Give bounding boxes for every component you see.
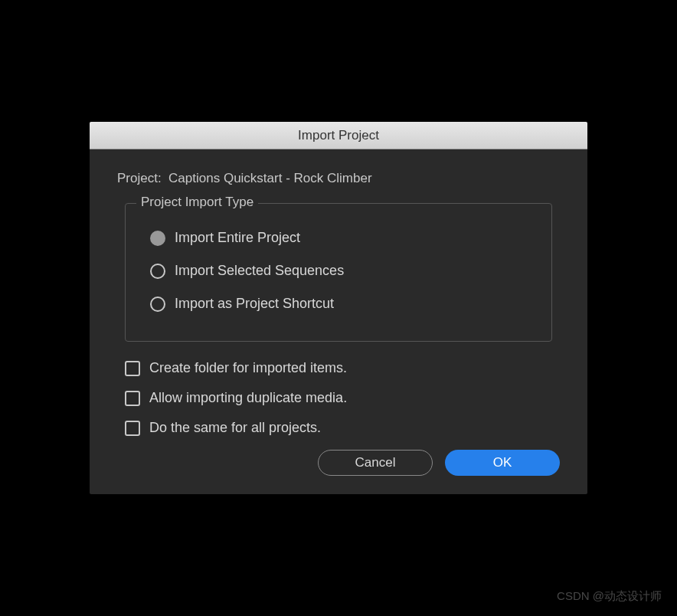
- import-type-legend: Project Import Type: [136, 195, 258, 210]
- checkbox-icon: [125, 361, 140, 376]
- radio-label: Import Entire Project: [175, 230, 300, 246]
- project-name: Captions Quickstart - Rock Climber: [168, 171, 371, 185]
- checkbox-icon: [125, 421, 140, 436]
- ok-button[interactable]: OK: [445, 450, 560, 476]
- radio-import-as-shortcut[interactable]: Import as Project Shortcut: [150, 293, 533, 315]
- radio-icon: [150, 264, 165, 279]
- dialog-buttons: Cancel OK: [117, 450, 560, 476]
- import-project-dialog: Import Project Project: Captions Quickst…: [90, 122, 587, 494]
- cancel-button[interactable]: Cancel: [318, 450, 433, 476]
- radio-label: Import as Project Shortcut: [175, 296, 334, 312]
- radio-import-entire-project[interactable]: Import Entire Project: [150, 227, 533, 249]
- project-line: Project: Captions Quickstart - Rock Clim…: [117, 171, 560, 186]
- checkbox-label: Create folder for imported items.: [149, 360, 347, 376]
- radio-icon: [150, 297, 165, 312]
- import-type-fieldset: Project Import Type Import Entire Projec…: [125, 203, 552, 342]
- dialog-titlebar: Import Project: [90, 122, 587, 149]
- checkbox-allow-duplicate[interactable]: Allow importing duplicate media.: [125, 390, 560, 406]
- dialog-content: Project: Captions Quickstart - Rock Clim…: [90, 149, 587, 494]
- dialog-title: Import Project: [298, 128, 379, 143]
- checkbox-create-folder[interactable]: Create folder for imported items.: [125, 360, 560, 376]
- project-label: Project:: [117, 171, 162, 185]
- checkbox-label: Do the same for all projects.: [149, 420, 321, 436]
- radio-label: Import Selected Sequences: [175, 263, 344, 279]
- watermark: CSDN @动态设计师: [557, 589, 662, 604]
- checkbox-same-for-all[interactable]: Do the same for all projects.: [125, 420, 560, 436]
- checkbox-label: Allow importing duplicate media.: [149, 390, 347, 406]
- radio-import-selected-sequences[interactable]: Import Selected Sequences: [150, 260, 533, 282]
- checkbox-icon: [125, 391, 140, 406]
- radio-icon: [150, 231, 165, 246]
